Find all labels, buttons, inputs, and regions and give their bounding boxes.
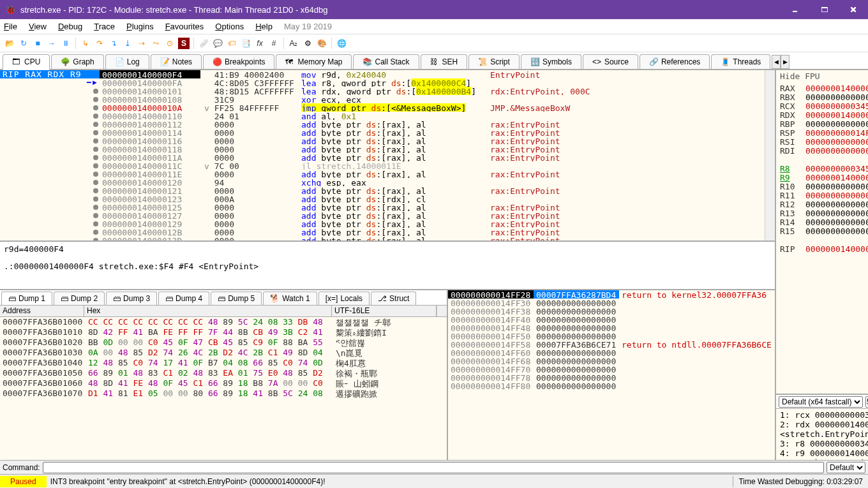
disasm-row[interactable]: 00000001400000F4 41:B9 40002400mov r9d, … [100, 70, 765, 78]
disasm-row[interactable]: 0000000140000129 0000add byte ptr ds:[ra… [100, 219, 765, 228]
register-row[interactable]: R120000000000000000 [780, 200, 868, 209]
register-row[interactable]: R130000000000000000 [780, 209, 868, 218]
dump-tab-dump-2[interactable]: 🗃Dump 2 [54, 292, 105, 305]
dump-header-hex[interactable]: Hex [84, 306, 332, 316]
scylla-button[interactable]: S [178, 38, 190, 49]
dump-header-ascii[interactable]: UTF-16LE [332, 306, 437, 316]
font-button[interactable]: A₂ [288, 38, 299, 49]
register-row[interactable]: RIP00000001400000F4 [780, 244, 868, 253]
tab-source[interactable]: <>Source [583, 54, 638, 69]
tab-call-stack[interactable]: 📚Call Stack [353, 54, 419, 69]
register-row[interactable]: R100000000000000000 [780, 182, 868, 191]
stack-row[interactable]: 000000000014FF400000000000000000 [448, 315, 775, 323]
disasm-row[interactable]: 0000000140000114 0000add byte ptr ds:[ra… [100, 128, 765, 137]
step-over-button[interactable]: ↷ [94, 38, 105, 49]
disasm-row[interactable]: 0000000140000108 31C9xor ecx, ecx [100, 95, 765, 103]
menu-favourites[interactable]: Favourites [165, 22, 204, 31]
tab-breakpoints[interactable]: 🔴Breakpoints [203, 54, 274, 69]
register-row[interactable]: RDI0000000000000000 [780, 146, 868, 155]
comments-button[interactable]: 💬 [212, 38, 223, 49]
run-to-button[interactable]: ⤓ [122, 38, 133, 49]
trace-into-button[interactable]: ⇢ [136, 38, 147, 49]
register-row[interactable]: RCX0000000000345000 [780, 101, 868, 110]
dump-scrollbar[interactable] [437, 306, 447, 316]
restart-button[interactable]: ↻ [18, 38, 29, 49]
menu-options[interactable]: Options [215, 22, 244, 31]
dump-row[interactable]: 00007FFA36B01000CC CC CC CC CC CC CC CC … [0, 317, 447, 327]
register-row[interactable]: R110000000000000000 [780, 191, 868, 200]
stack-row[interactable]: 000000000014FF380000000000000000 [448, 307, 775, 315]
donate-button[interactable]: 🌐 [336, 38, 347, 49]
step-out-button[interactable]: ↴ [108, 38, 119, 49]
minimize-button[interactable]: 🗕 [780, 0, 809, 19]
tab-symbols[interactable]: 🔣Symbols [521, 54, 581, 69]
register-row[interactable]: RSP000000000014FF28 [780, 128, 868, 137]
register-row[interactable]: RAX00000001400000F4 [780, 84, 868, 92]
patches-button[interactable]: 🩹 [198, 38, 209, 49]
disasm-row[interactable]: 000000014000011A 0000add byte ptr ds:[ra… [100, 153, 765, 161]
tab-scroll-right[interactable]: ▶ [781, 55, 789, 69]
pause-button[interactable]: ⏸ [60, 38, 71, 49]
stack-row[interactable]: 000000000014FF700000000000000000 [448, 365, 775, 373]
tab-scroll-left[interactable]: ◀ [772, 55, 781, 69]
register-row[interactable]: RSI0000000000000000 [780, 137, 868, 146]
disasm-row[interactable]: 000000014000010Av FF25 84FFFFFFjmp qword… [100, 103, 765, 112]
trace-over-button[interactable]: ⤳ [150, 38, 161, 49]
disasm-row[interactable]: 0000000140000110 24 01and al, 0x1 [100, 112, 765, 120]
run-button[interactable]: → [46, 38, 57, 49]
tab-references[interactable]: 🔗References [640, 54, 710, 69]
disasm-row[interactable]: 0000000140000127 0000add byte ptr ds:[ra… [100, 211, 765, 219]
command-mode-select[interactable]: Default [827, 462, 865, 473]
bookmarks-button[interactable]: 📑 [240, 38, 251, 49]
step-into-button[interactable]: ↳ [80, 38, 91, 49]
register-row[interactable]: RDX00000001400000F4 [780, 110, 868, 119]
disasm-row[interactable]: 000000014000011E 0000add byte ptr ds:[ra… [100, 170, 765, 178]
settings-button[interactable]: ⚙ [302, 38, 313, 49]
menu-plugins[interactable]: Plugins [126, 22, 154, 31]
menu-file[interactable]: File [4, 22, 17, 31]
disasm-row[interactable]: 0000000140000120 94xchg esp, eax [100, 178, 765, 186]
hide-fpu-button[interactable]: Hide FPU [780, 71, 868, 81]
stack-row[interactable]: 000000000014FF2800007FFA36287BD4return t… [448, 290, 775, 299]
dump-header-address[interactable]: Address [0, 306, 84, 316]
command-input[interactable] [43, 462, 824, 473]
tab-seh[interactable]: ⛓SEH [421, 54, 468, 69]
dump-tab-dump-4[interactable]: 🗃Dump 4 [158, 292, 209, 305]
disasm-row[interactable]: 0000000140000112 0000add byte ptr ds:[ra… [100, 120, 765, 128]
disasm-row[interactable]: 0000000140000121 0000add byte ptr ds:[ra… [100, 186, 765, 195]
stack-row[interactable]: 000000000014FF680000000000000000 [448, 357, 775, 365]
disassembly-view[interactable]: RIP RAX RDX R9 ━► 00000001400000F4 41:B9… [0, 70, 775, 242]
dump-tab-dump-3[interactable]: 🗃Dump 3 [106, 292, 157, 305]
dump-pane[interactable]: 🗃Dump 1🗃Dump 2🗃Dump 3🗃Dump 4🗃Dump 5🐕Watc… [0, 290, 448, 461]
dump-row[interactable]: 00007FFA36B0106048 8D 41 FE 48 0F 45 C1 … [0, 378, 447, 388]
register-row[interactable]: R900000001400000F4 [780, 173, 868, 182]
tab-log[interactable]: 📄Log [105, 54, 149, 69]
dump-row[interactable]: 00007FFA36B0105066 89 01 48 83 C1 02 48 … [0, 368, 447, 378]
stack-row[interactable]: 000000000014FF780000000000000000 [448, 373, 775, 381]
dump-row[interactable]: 00007FFA36B01020BB 0D 00 00 C0 45 0F 47 … [0, 337, 447, 348]
tab-threads[interactable]: 🧵Threads [711, 54, 770, 69]
tab-graph[interactable]: 🌳Graph [51, 54, 103, 69]
disasm-row[interactable]: 000000014000011Cv 7C 00jl stretch.140000… [100, 161, 765, 170]
dump-row[interactable]: 00007FFA36B0104012 48 85 C0 74 17 41 0F … [0, 358, 447, 368]
stack-row[interactable]: 000000000014FF800000000000000000 [448, 381, 775, 390]
tab-memory-map[interactable]: 🗺Memory Map [276, 54, 352, 69]
disasm-row[interactable]: 0000000140000123 000Aadd byte ptr ds:[rd… [100, 195, 765, 203]
register-row[interactable]: R140000000000000000 [780, 218, 868, 226]
register-row[interactable]: R150000000000000000 [780, 226, 868, 235]
registers-pane[interactable]: Hide FPU RAX00000001400000F4 RBX00000000… [776, 70, 868, 395]
close-button[interactable]: 🗙 [839, 0, 868, 19]
register-row[interactable]: RBP0000000000000000 [780, 119, 868, 128]
dump-tab-locals[interactable]: [x=]Locals [318, 292, 370, 305]
menu-view[interactable]: View [29, 22, 47, 31]
disasm-row[interactable]: 000000014000012D 0000add byte ptr ds:[ra… [100, 236, 765, 240]
stack-row[interactable]: 000000000014FF600000000000000000 [448, 348, 775, 357]
dump-tab-struct[interactable]: ⎇Struct [371, 292, 416, 305]
menu-trace[interactable]: Trace [94, 22, 115, 31]
stack-row[interactable]: 000000000014FF5800007FFA36B6CE71return t… [448, 340, 775, 348]
maximize-button[interactable]: 🗖 [809, 0, 839, 19]
tab-cpu[interactable]: 🗔CPU [3, 54, 50, 70]
labels-button[interactable]: 🏷 [226, 38, 237, 49]
stop-button[interactable]: ■ [32, 38, 43, 49]
menu-debug[interactable]: Debug [58, 22, 82, 31]
